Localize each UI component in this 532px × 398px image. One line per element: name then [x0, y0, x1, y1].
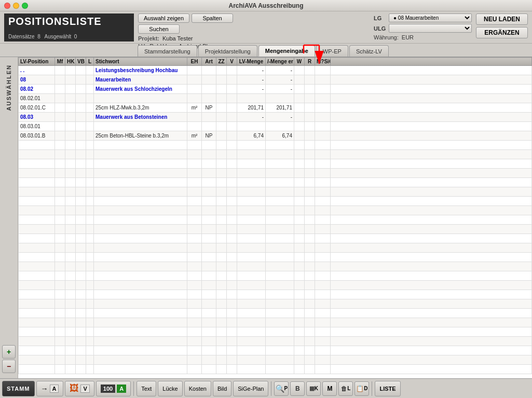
trash-icon-btn[interactable]: 🗑 L	[338, 381, 353, 396]
cell-lvpos[interactable]: . .	[19, 66, 55, 75]
cell-lvmenge[interactable]: -	[237, 113, 266, 122]
b-button[interactable]: B	[290, 381, 305, 396]
add-button[interactable]: +	[2, 345, 16, 359]
table-row-empty[interactable]	[19, 290, 532, 299]
cell-mengeer[interactable]: -	[266, 85, 294, 94]
table-row[interactable]: 08 Mauerarbeiten - -	[19, 75, 532, 85]
cell-lvpos[interactable]: 08.03	[19, 113, 55, 122]
table-row-empty[interactable]	[19, 327, 532, 337]
table-row-empty[interactable]	[19, 271, 532, 281]
table-row-empty[interactable]	[19, 365, 532, 374]
cell-stichwort[interactable]: Mauerwerk aus Betonsteinen	[94, 113, 187, 122]
icon-group-1[interactable]: 🖼 V	[65, 381, 94, 396]
table-row-empty[interactable]	[19, 169, 532, 178]
cell-lvpos[interactable]: 08	[19, 75, 55, 85]
table-row-empty[interactable]	[19, 197, 532, 206]
table-row[interactable]: 08.03.01.B 25cm Beton-HBL-Steine b.3,2m …	[19, 131, 532, 141]
tab-projektdarstellung[interactable]: Projektdarstellung	[198, 45, 257, 57]
cell-mengeer[interactable]: -	[266, 66, 294, 75]
minimize-button[interactable]	[13, 3, 19, 9]
cell-stichwort[interactable]: Mauerarbeiten	[94, 75, 187, 85]
table-row-empty[interactable]	[19, 299, 532, 309]
cell-stichwort[interactable]: Mauerwerk aus Schlochziegeln	[94, 85, 187, 94]
cell-lvmenge[interactable]: -	[237, 85, 266, 94]
cell-mengeer[interactable]	[266, 94, 294, 103]
ergaenzen-button[interactable]: ERGÄNZEN	[476, 27, 528, 38]
cell-lvmenge[interactable]	[237, 94, 266, 103]
close-button[interactable]	[4, 3, 10, 9]
table-row[interactable]: 08.02.01.C 25cm HLZ-Mwk.b.3,2m m² NP 201…	[19, 103, 532, 113]
cell-eh: m²	[187, 103, 202, 113]
table-row-empty[interactable]	[19, 225, 532, 234]
table-row-empty[interactable]	[19, 159, 532, 169]
cell-stichwort[interactable]: Leistungsbeschreibung Hochbau	[94, 66, 187, 75]
hundred-btn[interactable]: 100 A	[96, 381, 131, 396]
table-row[interactable]: 08.03.01	[19, 122, 532, 131]
cell-eh: m²	[187, 131, 202, 141]
col-header-hk: HK	[65, 58, 76, 66]
cell-msige	[315, 94, 331, 103]
cell-lvmenge[interactable]: -	[237, 75, 266, 85]
bild-button[interactable]: Bild	[213, 381, 231, 396]
ulg-select[interactable]	[389, 24, 472, 33]
table-row-empty[interactable]	[19, 337, 532, 346]
table-row-empty[interactable]	[19, 346, 532, 355]
cell-lvmenge[interactable]	[237, 122, 266, 131]
kosten-button[interactable]: Kosten	[184, 381, 211, 396]
luecke-button[interactable]: Lücke	[158, 381, 182, 396]
cell-mengeer[interactable]: 6,74	[266, 131, 294, 141]
export-icon-btn[interactable]: 📋 D	[354, 381, 369, 396]
cell-lvmenge[interactable]: 201,71	[237, 103, 266, 113]
cell-mengeer[interactable]	[266, 122, 294, 131]
table-row[interactable]: 08.03 Mauerwerk aus Betonsteinen - -	[19, 113, 532, 122]
stamm-button[interactable]: STAMM	[2, 381, 35, 396]
table-row[interactable]: . . Leistungsbeschreibung Hochbau - -	[19, 66, 532, 75]
text-button[interactable]: Text	[137, 381, 156, 396]
tab-schaetzlv[interactable]: Schätz-LV	[349, 45, 389, 57]
table-row-empty[interactable]	[19, 178, 532, 187]
lg-select[interactable]: ● 08 Mauerarbeiten	[389, 13, 472, 22]
table-row-empty[interactable]	[19, 309, 532, 318]
auswahl-zeigen-button[interactable]: Auswahl zeigen	[138, 13, 189, 23]
spalten-button[interactable]: Spalten	[192, 13, 233, 23]
cell-mengeer[interactable]: -	[266, 113, 294, 122]
m-button[interactable]: M	[322, 381, 337, 396]
cell-msige	[315, 122, 331, 131]
cell-lvpos[interactable]: 08.02	[19, 85, 55, 94]
remove-button[interactable]: −	[2, 360, 16, 373]
neu-laden-button[interactable]: NEU LADEN	[476, 13, 528, 25]
table-row-empty[interactable]	[19, 262, 532, 271]
tab-mengeneingabe[interactable]: Mengeneingabe	[258, 45, 315, 57]
table-row-empty[interactable]	[19, 234, 532, 243]
cell-r	[305, 113, 315, 122]
maximize-button[interactable]	[22, 3, 28, 9]
sigeplan-button[interactable]: SiGe-Plan	[233, 381, 268, 396]
table-row[interactable]: 08.02.01	[19, 94, 532, 103]
cell-lvmenge[interactable]: 6,74	[237, 131, 266, 141]
table-row-empty[interactable]	[19, 281, 532, 290]
table-row-empty[interactable]	[19, 318, 532, 327]
liste-button[interactable]: LISTE	[375, 381, 400, 396]
table-row-empty[interactable]	[19, 206, 532, 215]
table-row-empty[interactable]	[19, 150, 532, 159]
tab-stammdarstellung[interactable]: Stammdarstellung	[138, 45, 197, 57]
table-row-empty[interactable]	[19, 253, 532, 262]
table-row-empty[interactable]	[19, 355, 532, 365]
table-row-empty[interactable]	[19, 141, 532, 150]
table-container[interactable]: LV-Position Mf HK VB L Stichwort EH Art …	[18, 57, 532, 378]
table-row-empty[interactable]	[19, 215, 532, 225]
cell-mengeer[interactable]: -	[266, 75, 294, 85]
arrow-right-button[interactable]: → A	[36, 381, 64, 396]
cell-mengeer[interactable]: 201,71	[266, 103, 294, 113]
cell-eh	[187, 122, 202, 131]
search-button[interactable]: 🔍 P	[274, 381, 289, 396]
table-row[interactable]: 08.02 Mauerwerk aus Schlochziegeln - -	[19, 85, 532, 94]
cell-empty	[19, 243, 55, 253]
table-row-empty[interactable]	[19, 187, 532, 197]
cell-extra	[331, 103, 532, 113]
tab-wpep[interactable]: WP-EP	[316, 45, 348, 57]
suchen-button[interactable]: Suchen	[138, 24, 180, 34]
table-row-empty[interactable]	[19, 243, 532, 253]
spreadsheet-icon-btn[interactable]: ▦ K	[306, 381, 321, 396]
cell-lvmenge[interactable]: -	[237, 66, 266, 75]
